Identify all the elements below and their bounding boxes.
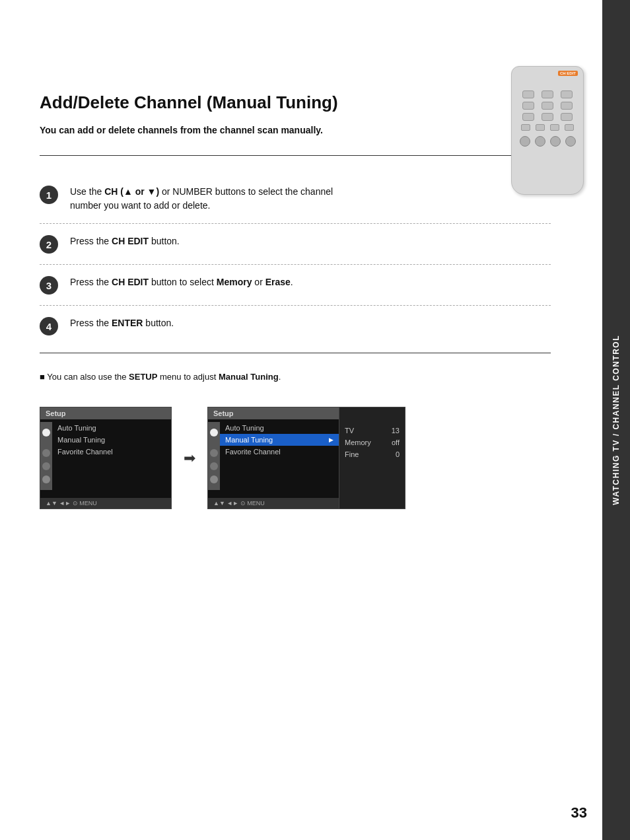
step-1-text: Use the CH (▲ or ▼) or NUMBER buttons to… [70, 185, 333, 213]
sub-row-memory: Memory off [339, 437, 405, 448]
sub-row-tv: TV 13 [339, 425, 405, 437]
menu-2-arrow: ▶ [329, 437, 333, 443]
menu-1-sidebar [40, 422, 52, 490]
menu-1-header: Setup [40, 407, 171, 419]
remote-btn-4 [522, 102, 534, 110]
step-2: 2 Press the CH EDIT button. [40, 224, 551, 265]
page-title: Add/Delete Channel (Manual Tuning) [40, 92, 551, 113]
menu-2-item-favoritechannel[interactable]: Favorite Channel [220, 446, 339, 458]
sidebar-icon-1 [42, 429, 50, 437]
sidebar2-icon-1 [210, 429, 218, 437]
right-sidebar: WATCHING TV / CHANNEL CONTROL [602, 0, 630, 840]
step-3-text: Press the CH EDIT button to select Memor… [70, 275, 293, 289]
sidebar2-icon-4 [210, 462, 218, 470]
step-3-circle: 3 [40, 276, 58, 295]
sub-label-memory: Memory [345, 438, 371, 446]
remote-btn-sm-2 [536, 124, 545, 131]
sidebar2-icon-5 [210, 475, 218, 483]
remote-ch-edit-label: CH EDIT [558, 71, 578, 76]
menu-screen-1: Setup Auto Tuning Manual Tuning Favorite… [40, 407, 172, 509]
remote-row-1 [512, 90, 583, 98]
remote-btn-9 [561, 113, 573, 121]
arrow-icon: ➡ [184, 450, 195, 467]
sidebar-icon-2 [43, 442, 50, 444]
remote-btn-sm-1 [521, 124, 530, 131]
remote-btn-8 [542, 113, 553, 121]
sub-label-tv: TV [345, 427, 354, 435]
remote-btn-sm-4 [565, 124, 574, 131]
menu-2-footer-text: ▲▼ ◄► ⊙ MENU [213, 500, 265, 507]
remote-btn-5 [542, 102, 553, 110]
subtitle: You can add or delete channels from the … [40, 125, 551, 135]
menu-1-item-autotuning[interactable]: Auto Tuning [52, 422, 171, 434]
menu-screen-2-container: Setup Auto Tuning Manual Tuning [207, 407, 405, 509]
menu-2-sidebar [208, 422, 220, 490]
step-4-circle: 4 [40, 317, 58, 335]
sub-value-tv: 13 [392, 427, 400, 435]
sub-row-fine: Fine 0 [339, 448, 405, 460]
step-4: 4 Press the ENTER button. [40, 306, 551, 346]
sidebar-icon-3 [42, 449, 50, 457]
setup-note: ■ You can also use the SETUP menu to adj… [40, 372, 551, 382]
divider-top [40, 155, 551, 156]
remote-btn-sm-3 [550, 124, 559, 131]
remote-buttons-area [512, 81, 583, 151]
remote-control: CH EDIT [505, 66, 590, 195]
step-1: 1 Use the CH (▲ or ▼) or NUMBER buttons … [40, 174, 551, 224]
menu-2-manual-label: Manual Tuning [225, 436, 273, 444]
sidebar-icon-5 [42, 475, 50, 483]
sub-value-memory: off [392, 438, 400, 446]
remote-btn-1 [522, 90, 534, 98]
menu-2-header: Setup [208, 407, 339, 419]
remote-circle-3 [550, 136, 561, 147]
step-4-text: Press the ENTER button. [70, 316, 174, 330]
menu-1-item-favoritechannel[interactable]: Favorite Channel [52, 446, 171, 458]
remote-row-2 [512, 102, 583, 110]
remote-btn-2 [542, 90, 553, 98]
menu-2-item-autotuning[interactable]: Auto Tuning [220, 422, 339, 434]
sidebar2-icon-3 [210, 449, 218, 457]
menu-1-footer-text: ▲▼ ◄► ⊙ MENU [46, 500, 97, 507]
sidebar-label: WATCHING TV / CHANNEL CONTROL [612, 335, 621, 505]
divider-bottom [40, 353, 551, 353]
remote-inner [512, 67, 583, 151]
step-1-circle: 1 [40, 186, 58, 204]
menu-1-footer: ▲▼ ◄► ⊙ MENU [40, 498, 171, 508]
step-2-text: Press the CH EDIT button. [70, 234, 180, 248]
main-content: Add/Delete Channel (Manual Tuning) You c… [40, 53, 551, 787]
step-3: 3 Press the CH EDIT button to select Mem… [40, 265, 551, 306]
remote-btn-3 [561, 90, 573, 98]
remote-btn-6 [561, 102, 573, 110]
menu-screen-2: Setup Auto Tuning Manual Tuning [207, 407, 339, 509]
page-number: 33 [571, 804, 587, 822]
sidebar-icon-4 [42, 462, 50, 470]
remote-btn-7 [522, 113, 534, 121]
menu-2-item-manualtuning[interactable]: Manual Tuning ▶ [220, 434, 339, 446]
remote-row-3 [512, 113, 583, 121]
remote-body: CH EDIT [511, 66, 584, 195]
menu-sub-panel: TV 13 Memory off Fine 0 [339, 407, 405, 509]
remote-circle-4 [565, 136, 576, 147]
sub-value-fine: 0 [396, 450, 400, 458]
menu-1-item-manualtuning[interactable]: Manual Tuning [52, 434, 171, 446]
sidebar2-icon-2 [211, 442, 217, 444]
remote-circle-2 [535, 136, 545, 147]
menu-2-items: Auto Tuning Manual Tuning ▶ Favorite Cha… [220, 419, 339, 487]
remote-row-4 [512, 124, 583, 131]
menu-1-items: Auto Tuning Manual Tuning Favorite Chann… [52, 419, 171, 487]
menu-2-footer: ▲▼ ◄► ⊙ MENU [208, 498, 339, 508]
steps-container: 1 Use the CH (▲ or ▼) or NUMBER buttons … [40, 174, 551, 346]
remote-circle-1 [520, 136, 530, 147]
step-2-circle: 2 [40, 235, 58, 254]
menu-screenshots: Setup Auto Tuning Manual Tuning Favorite… [40, 407, 551, 509]
remote-circles [512, 136, 583, 147]
sub-label-fine: Fine [345, 450, 359, 458]
